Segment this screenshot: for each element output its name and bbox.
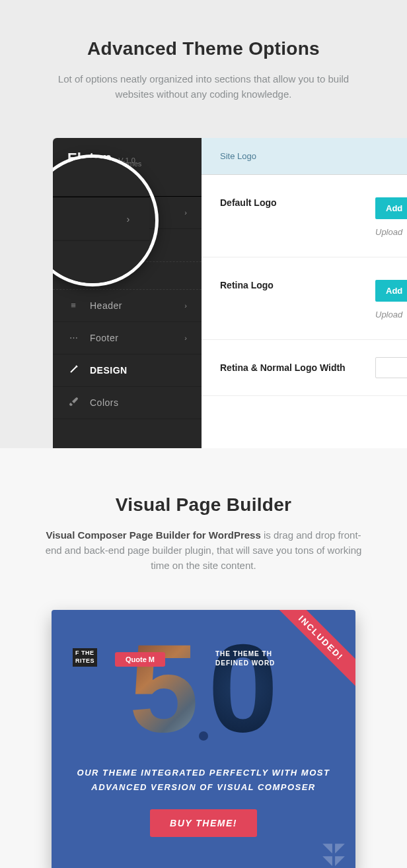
- vc-version-art: 5 0 Quote M THE THEME TH DEFINED WORD F …: [52, 610, 355, 766]
- chevron-right-icon: ›: [184, 209, 187, 217]
- page-icon: [67, 240, 79, 251]
- buy-theme-button[interactable]: BUY THEME!: [150, 809, 257, 837]
- s2-subtitle: Visual Composer Page Builder for WordPre…: [45, 527, 362, 574]
- row-label: Retina & Normal Logo Width: [220, 362, 375, 373]
- sidebar-item-footer[interactable]: ⋯ Footer ›: [53, 322, 202, 354]
- bookmark-icon: [67, 207, 79, 218]
- s1-subtitle: Lot of options neatly organized into sec…: [55, 71, 352, 102]
- sidebar-item-colors[interactable]: Colors: [53, 387, 202, 419]
- add-default-logo-button[interactable]: Add: [375, 197, 407, 219]
- s1-title: Advanced Theme Options: [0, 38, 407, 59]
- quote-pill: Quote M: [115, 652, 165, 667]
- s2-title: Visual Page Builder: [0, 494, 407, 516]
- sidebar-item-label: DESIGN: [90, 365, 187, 376]
- chevron-right-icon: ›: [184, 302, 187, 310]
- digit-5: 5: [129, 616, 199, 760]
- sidebar-header: Elston V-1.0 by VictorThemes: [53, 138, 202, 197]
- options-sidebar: Elston V-1.0 by VictorThemes Brand › LAY…: [53, 138, 202, 448]
- sidebar-item-label: LAYOUT: [90, 240, 187, 250]
- corner-overlay-text: F THE RITES: [73, 648, 97, 666]
- row-label: Retina Logo: [220, 280, 375, 290]
- menu-icon: ≡: [67, 300, 79, 310]
- sidebar-item-label: Footer: [90, 333, 184, 343]
- promo-tagline: OUR THEME INTEGRATED PERFECTLY WITH MOST…: [52, 766, 355, 795]
- content-tab-site-logo[interactable]: Site Logo: [202, 138, 407, 175]
- row-label: Default Logo: [220, 197, 375, 208]
- sidebar-item-design[interactable]: DESIGN: [53, 354, 202, 387]
- row-logo-width: Retina & Normal Logo Width: [202, 340, 407, 396]
- sidebar-item-layout[interactable]: LAYOUT: [53, 229, 202, 262]
- row-default-logo: Default Logo Add Upload: [202, 175, 407, 257]
- options-panel: Elston V-1.0 by VictorThemes Brand › LAY…: [53, 138, 407, 448]
- wand-icon: [67, 365, 79, 376]
- vc-logo-icon: [320, 840, 348, 867]
- sidebar-author: by VictorThemes: [87, 160, 141, 168]
- options-content: Site Logo Default Logo Add Upload Retina…: [202, 138, 407, 448]
- options-panel-wrap: Elston V-1.0 by VictorThemes Brand › LAY…: [53, 138, 407, 448]
- logo-width-input[interactable]: [375, 357, 407, 378]
- digit-0: 0: [208, 616, 278, 760]
- s2-lead-strong: Visual Composer Page Builder for WordPre…: [46, 529, 260, 541]
- row-retina-logo: Retina Logo Add Upload: [202, 257, 407, 340]
- add-retina-logo-button[interactable]: Add: [375, 280, 407, 302]
- ellipsis-icon: ⋯: [67, 333, 79, 343]
- helper-text: Upload: [375, 310, 407, 319]
- helper-text: Upload: [375, 227, 407, 237]
- chevron-right-icon: ›: [184, 334, 187, 342]
- version-dot: [199, 731, 208, 741]
- sidebar-item-brand[interactable]: Brand ›: [53, 197, 202, 229]
- vc-promo-card: INCLUDED! 5 0 Quote M THE THEME TH DEFIN…: [52, 610, 355, 868]
- sidebar-item-label: Header: [90, 300, 184, 311]
- sidebar-item-header[interactable]: ≡ Header ›: [53, 290, 202, 322]
- sidebar-item-label: Brand: [90, 207, 184, 218]
- sidebar-item-label: Colors: [90, 397, 187, 408]
- brush-icon: [67, 397, 79, 408]
- theme-overlay-text: THE THEME TH DEFINED WORD: [215, 650, 275, 668]
